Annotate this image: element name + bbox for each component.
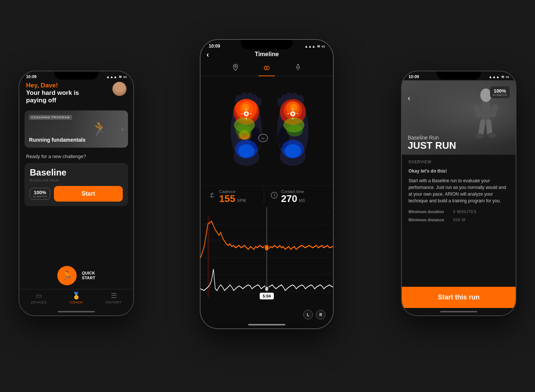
svg-point-22 <box>238 144 254 158</box>
coaching-title: Running fundamentals <box>29 137 86 143</box>
min-distance-label: Minimum distance <box>409 218 453 222</box>
cadence-metric: Cadence 155 SPM <box>208 189 264 203</box>
ai-match-badge: 100% AI MATCH <box>30 188 50 200</box>
time-left: 10:09 <box>26 74 36 79</box>
home-indicator-right <box>402 308 516 315</box>
home-bar-left <box>58 311 95 312</box>
right-phone-content: 10:09 ▲▲▲ ≋ ▭ <box>402 71 516 315</box>
signal-icon: ▲▲▲ <box>106 75 117 79</box>
nav-coach[interactable]: 🏅 COACH <box>70 292 83 304</box>
overview-ok-text: Okay let's do this! Start with a Baselin… <box>409 168 509 204</box>
svg-point-0 <box>235 65 236 67</box>
signal-icon-c: ▲▲▲ <box>304 44 315 48</box>
right-foot-indicator[interactable]: R <box>316 310 326 319</box>
battery-icon-c: ▭ <box>321 44 325 48</box>
coach-icon: 🏅 <box>72 292 80 300</box>
home-bar-right <box>440 311 477 312</box>
status-icons-center: ▲▲▲ ≋ ▭ <box>304 44 325 48</box>
min-duration-row: Minimum duration 5 MINUTES <box>409 209 509 214</box>
cadence-info: Cadence 155 SPM <box>219 189 246 203</box>
foot-pressure-area: ∞ <box>201 76 333 185</box>
svg-point-1 <box>264 66 267 70</box>
svg-rect-66 <box>481 102 490 121</box>
metrics-row: Cadence 155 SPM Contact time 270 <box>201 185 333 207</box>
svg-point-71 <box>475 134 484 139</box>
svg-point-61 <box>265 286 269 291</box>
left-foot-indicator[interactable]: L <box>303 310 313 319</box>
chart-area: — — — — — 5:04 <box>201 207 333 309</box>
min-duration-label: Minimum duration <box>409 209 453 214</box>
challenge-text: Ready for a new challenge? <box>19 150 133 161</box>
chart-grid-ticks: — — — — — <box>327 207 330 298</box>
greeting-section: Hey, Dave! Your hard work is paying off <box>19 80 133 108</box>
center-phone-content: 10:09 ▲▲▲ ≋ ▭ ‹ Timeline <box>201 40 333 328</box>
signal-icon-r: ▲▲▲ <box>488 75 500 79</box>
svg-text:∞: ∞ <box>262 136 265 141</box>
svg-point-3 <box>297 64 298 65</box>
bottom-nav: ▭ DEVICES 🏅 COACH ☰ HISTORY <box>19 289 133 308</box>
quick-start-section: 🏃 QUICK START <box>19 266 133 285</box>
contact-unit: MS <box>299 198 305 203</box>
hero-text: Baseline Run JUST RUN <box>408 135 456 150</box>
home-bar-center <box>248 324 285 325</box>
phone-right: 10:09 ▲▲▲ ≋ ▭ <box>401 71 516 316</box>
min-duration-value: 5 MINUTES <box>453 209 477 214</box>
svg-point-48 <box>292 113 294 115</box>
nav-history[interactable]: ☰ HISTORY <box>106 292 122 304</box>
min-distance-row: Minimum distance 500 M <box>409 218 509 222</box>
contact-time-icon <box>270 191 278 201</box>
svg-rect-68 <box>490 104 499 118</box>
ai-match-label: AI MATCH <box>33 195 47 198</box>
coaching-card[interactable]: 🏃 COACHING PROGRAM Running fundamentals … <box>25 110 128 148</box>
min-distance-value: 500 M <box>453 218 465 222</box>
greeting-hey: Hey, Dave! <box>26 82 79 89</box>
home-indicator-left <box>19 308 133 315</box>
timeline-header: ‹ Timeline <box>201 50 333 60</box>
ai-match-hero-badge: 100% AI MATCH <box>490 86 510 98</box>
svg-point-42 <box>290 104 297 111</box>
baseline-actions: 100% AI MATCH Start <box>30 186 123 202</box>
wifi-icon-c: ≋ <box>317 44 320 48</box>
baseline-sub: BASELINE RUN <box>30 179 123 182</box>
baseline-title: Baseline <box>30 167 123 178</box>
battery-icon-r: ▭ <box>506 75 509 79</box>
hero-run-name: JUST RUN <box>408 141 456 150</box>
time-center: 10:09 <box>209 44 220 49</box>
contact-info: Contact time 270 MS <box>281 189 305 203</box>
home-indicator-center <box>201 321 333 328</box>
back-button-center[interactable]: ‹ <box>206 50 209 59</box>
tab-feet[interactable] <box>259 61 275 76</box>
runner-silhouette-icon: 🏃 <box>90 120 109 138</box>
baseline-card: Baseline BASELINE RUN 100% AI MATCH Star… <box>25 163 128 206</box>
cadence-icon <box>208 191 216 201</box>
svg-point-60 <box>265 244 269 251</box>
svg-point-20 <box>236 125 252 136</box>
avatar <box>112 82 126 96</box>
greeting-text: Hey, Dave! Your hard work is paying off <box>26 82 79 105</box>
ai-match-hero-pct: 100% <box>493 88 507 94</box>
start-button[interactable]: Start <box>54 186 123 202</box>
coaching-label: COACHING PROGRAM <box>29 115 72 120</box>
lr-indicators: L R <box>201 308 333 321</box>
timeline-tabs <box>201 60 333 76</box>
battery-icon: ▭ <box>123 75 126 79</box>
svg-point-44 <box>286 125 303 136</box>
history-icon: ☰ <box>111 292 117 300</box>
run-icon: 🏃 <box>62 271 72 280</box>
foot-heatmap-svg: ∞ <box>215 86 319 175</box>
tab-runner[interactable] <box>290 61 306 76</box>
status-icons-right: ▲▲▲ ≋ ▭ <box>488 75 509 79</box>
cadence-value: 155 <box>219 193 235 204</box>
tab-location[interactable] <box>227 61 244 76</box>
overview-label: OVERVIEW <box>409 160 509 164</box>
back-button-right[interactable]: ‹ <box>408 94 410 102</box>
nav-devices[interactable]: ▭ DEVICES <box>31 292 47 304</box>
timeline-title: Timeline <box>255 51 279 57</box>
phones-container: 10:09 ▲▲▲ ≋ ▭ Hey, Dave! Your hard work … <box>0 0 535 392</box>
wifi-icon-r: ≋ <box>501 75 504 79</box>
start-run-button[interactable]: Start this run <box>402 287 516 308</box>
quick-start-button[interactable]: 🏃 <box>57 266 77 285</box>
phone-left: 10:09 ▲▲▲ ≋ ▭ Hey, Dave! Your hard work … <box>19 71 134 316</box>
ai-match-pct: 100% <box>33 190 47 195</box>
devices-icon: ▭ <box>36 292 42 300</box>
